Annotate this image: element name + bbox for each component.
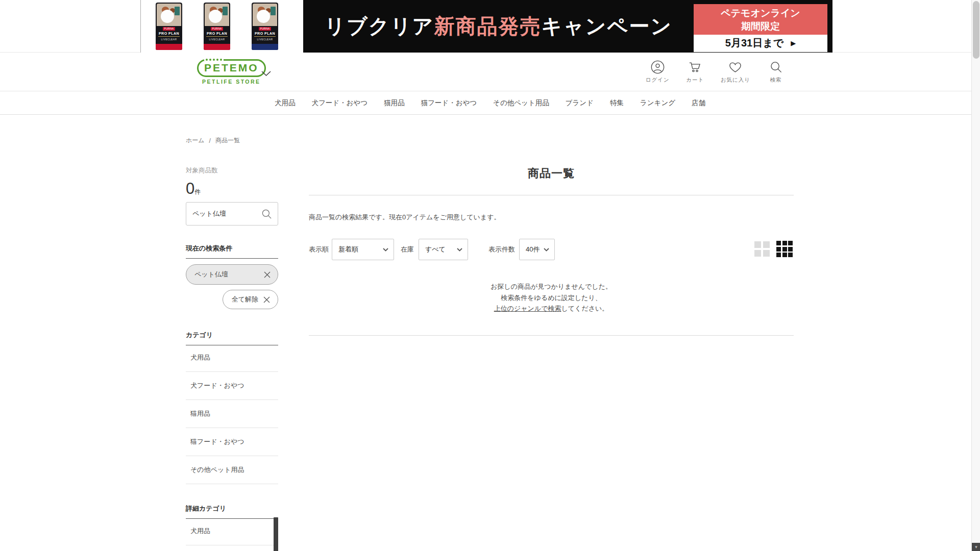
result-count-unit: 件 <box>194 188 201 195</box>
divider <box>309 195 794 195</box>
bag-line-label: LIVECLEAR <box>156 38 182 41</box>
product-bag-image: PURINA PRO PLAN LIVECLEAR <box>204 3 230 50</box>
breadcrumb-home[interactable]: ホーム <box>186 136 205 145</box>
search-icon[interactable] <box>261 208 273 220</box>
nav-item-cat-goods[interactable]: 猫用品 <box>384 98 405 108</box>
upper-genre-search-link[interactable]: 上位のジャンルで検索 <box>494 305 561 312</box>
bag-brand-label: PRO PLAN <box>254 32 276 37</box>
purina-logo: PURINA <box>211 27 224 31</box>
category-item-cat-goods[interactable]: 猫用品 <box>186 400 278 428</box>
banner-promo-box: ペテモオンライン期間限定 5月31日まで▶ <box>694 0 832 53</box>
arrow-right-icon: ▶ <box>791 39 796 47</box>
stock-selected-value: すべて <box>425 245 446 254</box>
chevron-down-icon <box>383 248 388 252</box>
page-title: 商品一覧 <box>309 166 794 181</box>
category-item-dog-goods[interactable]: 犬用品 <box>186 344 278 372</box>
condition-tag[interactable]: ペット仏壇 <box>186 264 278 285</box>
result-count-value: 0 <box>186 180 194 197</box>
chevron-down-icon[interactable] <box>261 69 271 79</box>
promo-banner[interactable]: PURINA PRO PLAN LIVECLEAR PURINA PRO PLA… <box>0 0 980 53</box>
sort-label: 表示順 <box>309 238 329 261</box>
per-page-select[interactable]: 40件 <box>519 239 555 260</box>
logo-title: PETEMO <box>204 62 259 73</box>
condition-tag-label: ペット仏壇 <box>194 270 228 279</box>
per-page-selected-value: 40件 <box>526 245 540 254</box>
sort-selected-value: 新着順 <box>338 245 358 254</box>
nav-item-dog-food[interactable]: 犬フード・おやつ <box>311 98 368 108</box>
promo-limited-label: ペテモオンライン期間限定 <box>694 4 827 35</box>
favorites-button[interactable]: お気に入り <box>721 60 750 84</box>
empty-state-message: お探しの商品が見つかりませんでした。 検索条件をゆるめに設定したり、 上位のジャ… <box>309 281 794 314</box>
stock-select[interactable]: すべて <box>419 239 468 260</box>
search-button[interactable]: 検索 <box>766 60 786 84</box>
nav-item-cat-food[interactable]: 猫フード・おやつ <box>421 98 477 108</box>
login-label: ログイン <box>646 77 670 84</box>
login-button[interactable]: ログイン <box>646 60 670 84</box>
detail-category-item-dog-food[interactable]: 犬フード・おやつ <box>186 545 278 551</box>
clear-all-button[interactable]: 全て解除 <box>223 290 278 309</box>
chevron-down-icon <box>544 248 549 252</box>
site-header: PETEMO PETLIFE STORE ログイン <box>0 53 980 91</box>
grid-view-2col-icon[interactable] <box>754 241 770 257</box>
result-summary-text: 商品一覧の検索結果です。現在0アイテムをご用意しています。 <box>309 213 501 222</box>
sort-select[interactable]: 新着順 <box>332 239 394 260</box>
bag-stripe <box>156 44 182 50</box>
divider <box>309 335 794 336</box>
scrollbar-thumb[interactable] <box>973 1 979 59</box>
nav-item-stores[interactable]: 店舗 <box>692 98 705 108</box>
main-nav: 犬用品 犬フード・おやつ 猫用品 猫フード・おやつ その他ペット用品 ブランド … <box>0 91 980 115</box>
cat-photo <box>253 4 277 26</box>
cart-label: カート <box>686 77 704 84</box>
list-controls: 表示順 新着順 在庫 すべて 表示件数 40件 <box>309 238 794 261</box>
nav-item-other-pets[interactable]: その他ペット用品 <box>493 98 549 108</box>
bag-brand-label: PRO PLAN <box>158 32 180 37</box>
current-conditions-title: 現在の検索条件 <box>186 244 278 259</box>
category-item-cat-food[interactable]: 猫フード・おやつ <box>186 428 278 456</box>
empty-line2: 検索条件をゆるめに設定したり、 <box>501 294 601 302</box>
grid-view-3col-icon[interactable] <box>776 241 793 257</box>
scrollbar-down-arrow[interactable]: ▼ <box>972 543 980 551</box>
breadcrumb: ホーム / 商品一覧 <box>186 136 240 145</box>
search-label: 検索 <box>770 77 782 84</box>
chevron-down-icon <box>457 248 462 252</box>
detail-category-list: 犬用品 犬フード・おやつ <box>186 517 278 551</box>
cart-button[interactable]: カート <box>685 60 705 84</box>
nav-item-ranking[interactable]: ランキング <box>640 98 675 108</box>
user-icon <box>651 60 665 74</box>
detail-list-scrollbar[interactable] <box>274 517 278 551</box>
bag-stripe <box>204 44 230 50</box>
product-bag-image: PURINA PRO PLAN LIVECLEAR <box>156 3 182 50</box>
nav-item-dog-goods[interactable]: 犬用品 <box>275 98 296 108</box>
category-item-other-pets[interactable]: その他ペット用品 <box>186 456 278 484</box>
bag-brand-label: PRO PLAN <box>206 32 228 37</box>
empty-line1: お探しの商品が見つかりませんでした。 <box>491 283 612 290</box>
nav-item-brand[interactable]: ブランド <box>566 98 594 108</box>
detail-category-title: 詳細カテゴリ <box>186 504 278 519</box>
banner-product-strip: PURINA PRO PLAN LIVECLEAR PURINA PRO PLA… <box>141 0 303 53</box>
view-toggles <box>754 241 793 257</box>
campaign-text-part2: 新商品発売 <box>434 12 542 40</box>
bag-badge <box>271 7 276 15</box>
bag-badge <box>223 7 228 15</box>
search-input[interactable] <box>192 210 261 218</box>
category-item-dog-food[interactable]: 犬フード・おやつ <box>186 372 278 400</box>
close-icon[interactable] <box>264 271 271 278</box>
banner-campaign-text: リブクリア新商品発売キャンペーン <box>303 0 694 53</box>
detail-category-item-dog-goods[interactable]: 犬用品 <box>186 517 278 545</box>
category-list: 犬用品 犬フード・おやつ 猫用品 猫フード・おやつ その他ペット用品 <box>186 344 278 484</box>
per-page-label: 表示件数 <box>488 238 515 261</box>
promo-deadline: 5月31日まで▶ <box>694 35 827 52</box>
clear-all-label: 全て解除 <box>232 295 258 304</box>
result-count: 0件 <box>186 180 201 198</box>
purina-logo: PURINA <box>259 27 272 31</box>
petemo-logo[interactable]: PETEMO PETLIFE STORE <box>197 59 266 85</box>
campaign-text-part1: リブクリア <box>325 12 434 40</box>
bag-badge <box>175 7 180 15</box>
heart-icon <box>728 60 742 74</box>
header-actions: ログイン カート お気に入り <box>646 60 786 84</box>
nav-item-features[interactable]: 特集 <box>610 98 624 108</box>
promo-banner-image[interactable]: PURINA PRO PLAN LIVECLEAR PURINA PRO PLA… <box>140 0 832 53</box>
empty-suffix: してください。 <box>561 305 609 312</box>
page-scrollbar[interactable]: ▼ <box>971 0 980 551</box>
product-bag-image: PURINA PRO PLAN LIVECLEAR <box>252 3 278 50</box>
